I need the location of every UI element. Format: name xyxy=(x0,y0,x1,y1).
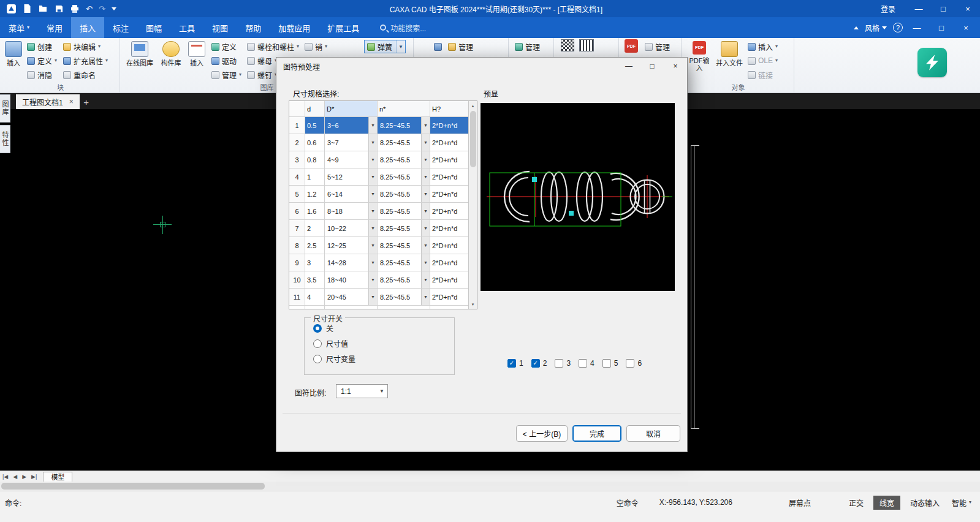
cell-D-combobox[interactable]: 3~6▼ xyxy=(325,117,378,134)
combo-dropdown-icon[interactable]: ▼ xyxy=(421,168,430,185)
row-number-cell[interactable]: 6 xyxy=(289,203,305,220)
cell-H[interactable]: 2*D+n*d xyxy=(430,271,469,289)
spec-table-row[interactable]: 6 1.6 8~18▼ 8.25~45.5▼ 2*D+n*d xyxy=(289,203,477,220)
cell-d[interactable]: 0.8 xyxy=(305,151,325,168)
help-button[interactable]: ? xyxy=(893,23,903,32)
save-icon[interactable] xyxy=(54,4,64,13)
dialog-minimize-button[interactable]: — xyxy=(617,58,640,75)
drive-symbol-button[interactable]: 驱动 xyxy=(208,54,244,67)
model-tab[interactable]: 模型 xyxy=(43,472,72,482)
cell-n-combobox[interactable]: 8.25~45.5▼ xyxy=(378,168,430,186)
cell-n-combobox[interactable]: 8.25~45.5▼ xyxy=(378,271,430,289)
tab-close-icon[interactable]: × xyxy=(69,97,74,106)
cell-D-combobox[interactable]: 3~7▼ xyxy=(325,134,378,151)
cell-d[interactable]: 2 xyxy=(305,220,325,237)
next-sheet-icon[interactable]: ▶ xyxy=(20,474,29,480)
spec-table-row[interactable]: 5 1.2 6~14▼ 8.25~45.5▼ 2*D+n*d xyxy=(289,186,477,203)
scrollbar-thumb[interactable] xyxy=(470,111,476,167)
side-panel-tab[interactable]: 图库 xyxy=(0,94,10,123)
row-number-cell[interactable]: 2 xyxy=(289,134,305,151)
insert-object-button[interactable]: 插入▾ xyxy=(745,40,783,53)
rename-block-button[interactable]: 重命名 xyxy=(60,68,111,81)
cell-D-combobox[interactable]: 6~14▼ xyxy=(325,186,378,203)
cell-D-combobox[interactable]: 12~25▼ xyxy=(325,237,378,254)
cell-d[interactable]: 1.6 xyxy=(305,203,325,220)
row-number-cell[interactable]: 11 xyxy=(289,289,305,306)
combo-dropdown-icon[interactable]: ▼ xyxy=(368,151,377,168)
document-tab[interactable]: 工程图文档1 × xyxy=(16,94,80,109)
combo-dropdown-icon[interactable]: ▼ xyxy=(421,151,430,168)
title-bar[interactable]: ↶ ↷ CAXA CAD 电子图板 2024***试用期(还剩30天)*** -… xyxy=(0,0,980,17)
spec-table-row[interactable]: 7 2 10~22▼ 8.25~45.5▼ 2*D+n*d xyxy=(289,220,477,237)
cell-d[interactable]: 0.6 xyxy=(305,134,325,151)
combo-dropdown-icon[interactable]: ▼ xyxy=(421,186,430,202)
spec-table-row[interactable]: 2 0.6 3~7▼ 8.25~45.5▼ 2*D+n*d xyxy=(289,134,477,151)
ribbon-tab[interactable]: 菜单 ▾ xyxy=(0,17,38,38)
combo-dropdown-icon[interactable]: ▼ xyxy=(421,117,430,134)
row-number-cell[interactable]: 5 xyxy=(289,186,305,203)
barcode-icon[interactable] xyxy=(579,39,594,51)
dialog-title-bar[interactable]: 图符预处理 — □ × xyxy=(276,58,687,75)
spec-table-row[interactable]: 11 4 20~45▼ 8.25~45.5▼ 2*D+n*d xyxy=(289,289,477,306)
doc-minimize-button[interactable]: — xyxy=(906,19,927,36)
combo-dropdown-icon[interactable]: ▼ xyxy=(368,186,377,202)
minimize-button[interactable]: — xyxy=(906,0,931,17)
line-width-toggle[interactable]: 线宽 xyxy=(873,496,900,510)
cell-H[interactable]: 2*D+n*d xyxy=(430,254,469,271)
cell-H[interactable]: 2*D+n*d xyxy=(430,134,469,151)
combo-dropdown-icon[interactable]: ▼ xyxy=(368,168,377,185)
create-block-button[interactable]: 创建 xyxy=(24,40,60,53)
cell-n-combobox[interactable]: 8.25~45.5▼ xyxy=(378,237,430,254)
ribbon-tab[interactable]: 图幅 xyxy=(137,17,170,38)
table-scrollbar[interactable]: ▴ ▾ xyxy=(468,101,477,309)
bolt-stud-button[interactable]: 螺栓和螺柱▾ xyxy=(244,40,302,53)
cell-n-combobox[interactable]: 8.25~45.5▼ xyxy=(378,220,430,237)
close-button[interactable]: × xyxy=(955,0,980,17)
combo-dropdown-icon[interactable]: ▼ xyxy=(421,134,430,151)
cancel-button[interactable]: 取消 xyxy=(626,425,680,442)
command-prompt[interactable]: 命令: xyxy=(5,497,21,508)
combo-dropdown-icon[interactable]: ▼ xyxy=(368,203,377,219)
pdf-manage-button[interactable]: 管理 xyxy=(642,39,673,54)
ribbon-tab[interactable]: 标注 xyxy=(104,17,137,38)
cell-H[interactable]: 2*D+n*d xyxy=(430,220,469,237)
spec-table-row[interactable]: 3 0.8 4~9▼ 8.25~45.5▼ 2*D+n*d xyxy=(289,151,477,168)
first-sheet-icon[interactable]: |◀ xyxy=(0,474,10,480)
cell-d[interactable]: 4 xyxy=(305,289,325,306)
spec-table-row[interactable]: 1 0.5 3~6▼ 8.25~45.5▼ 2*D+n*d xyxy=(289,117,477,134)
dialog-maximize-button[interactable]: □ xyxy=(640,58,664,75)
ortho-toggle[interactable]: 正交 xyxy=(849,497,864,508)
dimension-switch-radio[interactable]: 尺寸值 xyxy=(313,338,454,349)
ribbon-tab[interactable]: 工具 xyxy=(170,17,203,38)
online-library-button[interactable]: 在线图库 xyxy=(123,39,157,83)
cell-d[interactable]: 1.2 xyxy=(305,186,325,203)
pdf-input-button[interactable]: PDF PDF输入 xyxy=(685,39,714,83)
open-folder-icon[interactable] xyxy=(38,4,48,13)
cell-d[interactable]: 1 xyxy=(305,168,325,186)
pdf-icon[interactable]: PDF xyxy=(625,39,638,53)
cell-H[interactable]: 2*D+n*d xyxy=(430,168,469,186)
cell-n-combobox[interactable]: 8.25~45.5▼ xyxy=(378,151,430,168)
cell-H[interactable]: 2*D+n*d xyxy=(430,237,469,254)
extend-attribute-button[interactable]: 扩充属性▾ xyxy=(60,54,111,67)
cell-H[interactable]: 2*D+n*d xyxy=(430,289,469,306)
column-header-H[interactable]: H? xyxy=(430,101,469,117)
spec-table-row[interactable]: 10 3.5 18~40▼ 8.25~45.5▼ 2*D+n*d xyxy=(289,271,477,289)
cell-H[interactable]: 2*D+n*d xyxy=(430,117,469,134)
cell-d[interactable]: 2.5 xyxy=(305,237,325,254)
smart-snap-toggle[interactable]: 智能 ▾ xyxy=(952,497,971,508)
scroll-up-icon[interactable]: ▴ xyxy=(469,101,477,110)
back-button[interactable]: < 上一步(B) xyxy=(516,425,568,442)
cell-d[interactable]: 3.5 xyxy=(305,271,325,289)
redo-icon[interactable]: ↷ xyxy=(99,4,105,13)
screen-point-button[interactable]: 屏幕点 xyxy=(789,497,811,508)
cell-n-combobox[interactable]: 8.25~45.5▼ xyxy=(378,117,430,134)
pin-button[interactable]: 销▾ xyxy=(302,40,330,53)
spec-table-row[interactable]: 9 3 14~28▼ 8.25~45.5▼ 2*D+n*d xyxy=(289,254,477,271)
combo-dropdown-icon[interactable]: ▼ xyxy=(421,271,430,288)
style-manage-button-1[interactable]: 管理 xyxy=(445,39,476,54)
cell-D-combobox[interactable]: 14~28▼ xyxy=(325,254,378,271)
row-number-cell[interactable]: 10 xyxy=(289,271,305,289)
combo-dropdown-icon[interactable]: ▼ xyxy=(368,220,377,236)
login-button[interactable]: 登录 xyxy=(870,4,906,14)
